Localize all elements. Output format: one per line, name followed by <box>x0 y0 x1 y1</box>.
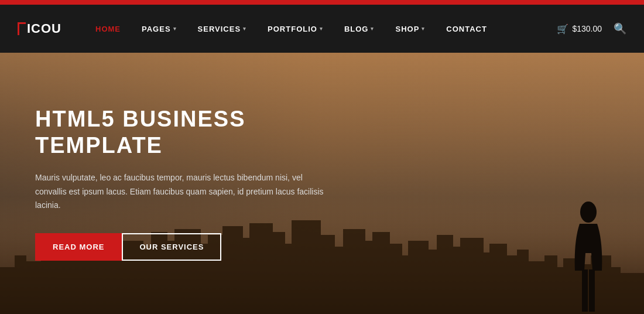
hero-title: HTML5 BUSINESS TEMPLATE <box>35 106 375 159</box>
nav-item-shop: SHOP ▾ <box>385 5 436 53</box>
svg-rect-49 <box>582 269 588 312</box>
nav-link-portfolio[interactable]: PORTFOLIO ▾ <box>257 5 334 53</box>
svg-rect-50 <box>589 269 595 312</box>
logo-text: ICOU <box>27 21 61 36</box>
nav-link-services[interactable]: SERVICES ▾ <box>187 5 258 53</box>
chevron-down-icon: ▾ <box>243 26 246 32</box>
svg-rect-35 <box>460 238 484 314</box>
hero-buttons: READ MORE OUR SERVICES <box>35 233 375 261</box>
nav-link-home[interactable]: HOME <box>85 5 131 53</box>
svg-rect-33 <box>437 235 453 314</box>
nav-link-pages[interactable]: PAGES ▾ <box>131 5 187 53</box>
svg-rect-3 <box>23 261 44 314</box>
nav-item-portfolio: PORTFOLIO ▾ <box>257 5 334 53</box>
chevron-down-icon: ▾ <box>371 26 374 32</box>
chevron-down-icon: ▾ <box>422 26 425 32</box>
hero-description: Mauris vulputate, leo ac faucibus tempor… <box>35 171 328 213</box>
cart-icon: 🛒 <box>557 23 568 35</box>
nav-link-shop[interactable]: SHOP ▾ <box>385 5 436 53</box>
logo-bracket <box>18 22 26 35</box>
svg-rect-31 <box>408 241 429 314</box>
read-more-button[interactable]: READ MORE <box>35 233 122 261</box>
nav-item-contact: CONTACT <box>436 5 498 53</box>
svg-point-48 <box>580 202 597 223</box>
nav-right: 🛒 $130.00 🔍 <box>557 22 626 35</box>
top-bar <box>0 0 644 5</box>
person-silhouette <box>568 194 609 314</box>
chevron-down-icon: ▾ <box>320 26 323 32</box>
nav-link-contact[interactable]: CONTACT <box>436 5 498 53</box>
svg-rect-37 <box>489 244 507 314</box>
svg-rect-47 <box>618 273 644 314</box>
hero-content: HTML5 BUSINESS TEMPLATE Mauris vulputate… <box>0 106 410 261</box>
hero-section: HTML5 BUSINESS TEMPLATE Mauris vulputate… <box>0 53 644 314</box>
nav-item-blog: BLOG ▾ <box>334 5 385 53</box>
navbar: ICOU HOME PAGES ▾ SERVICES ▾ PORTFOLIO ▾ <box>0 5 644 53</box>
our-services-button[interactable]: OUR SERVICES <box>122 233 221 261</box>
nav-item-home: HOME <box>85 5 131 53</box>
logo[interactable]: ICOU <box>18 21 61 36</box>
nav-menu: HOME PAGES ▾ SERVICES ▾ PORTFOLIO ▾ BLOG <box>85 5 557 53</box>
nav-link-blog[interactable]: BLOG ▾ <box>334 5 385 53</box>
cart-amount: $130.00 <box>572 24 602 33</box>
chevron-down-icon: ▾ <box>173 26 177 32</box>
nav-item-pages: PAGES ▾ <box>131 5 187 53</box>
nav-item-services: SERVICES ▾ <box>187 5 258 53</box>
search-icon[interactable]: 🔍 <box>614 22 626 35</box>
svg-rect-40 <box>526 261 547 314</box>
cart-area[interactable]: 🛒 $130.00 <box>557 23 602 35</box>
